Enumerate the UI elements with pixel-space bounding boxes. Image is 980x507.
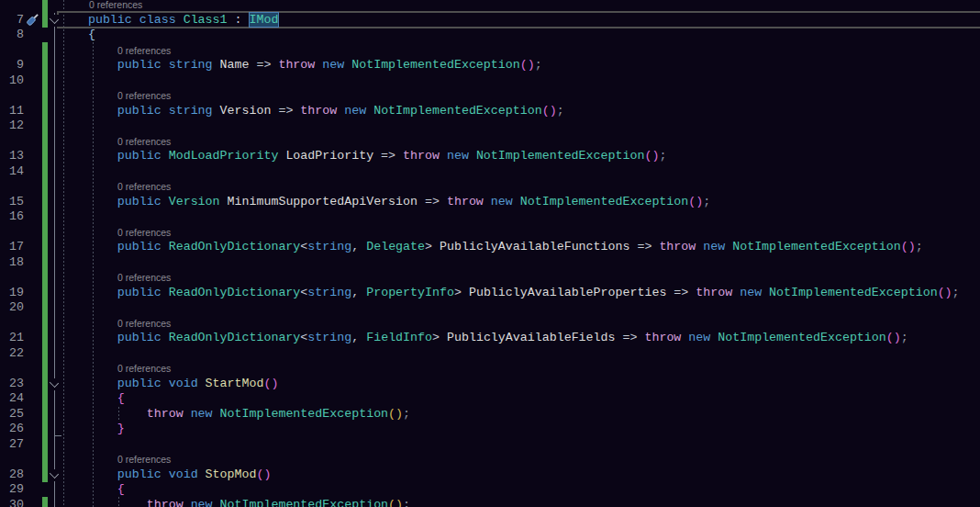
code-token: Name [220, 58, 250, 72]
code-token: new [322, 58, 351, 72]
line-number[interactable]: 12 [0, 118, 24, 134]
code-token: NotImplementedException [373, 104, 542, 118]
code-line-29[interactable]: 29 { [0, 482, 980, 498]
line-number[interactable]: 8 [0, 28, 24, 43]
line-number[interactable]: 29 [0, 482, 24, 498]
line-number[interactable]: 30 [0, 498, 24, 507]
code-token: ; [901, 331, 908, 344]
code-token: NotImplementedException [476, 149, 645, 163]
code-editor[interactable]: 0 references7 public class Class1 : IMod… [0, 0, 980, 507]
code-line-14[interactable]: 14 [0, 164, 980, 180]
codelens-row: 0 references [0, 43, 980, 59]
code-token: throw [447, 195, 491, 208]
code-token: => [373, 149, 403, 163]
code-token: public void [59, 377, 206, 390]
codelens-references-link[interactable]: 0 references [89, 0, 142, 10]
code-token: throw [659, 240, 703, 254]
line-number[interactable]: 18 [0, 255, 24, 271]
code-line-27[interactable]: 27 [0, 437, 980, 453]
codelens-references-link[interactable]: 0 references [117, 90, 171, 101]
code-line-18[interactable]: 18 [0, 255, 980, 271]
code-line-11[interactable]: 11 public string Version => throw new No… [0, 104, 980, 119]
line-number[interactable]: 27 [0, 437, 24, 453]
code-token: () [644, 149, 659, 163]
line-number[interactable]: 9 [0, 58, 24, 73]
fold-chevron-down-icon[interactable] [48, 15, 61, 27]
code-token: ReadOnlyDictionary [169, 286, 301, 299]
code-token: string [307, 331, 351, 344]
line-number[interactable]: 19 [0, 286, 24, 301]
code-token: ; [403, 407, 410, 421]
line-number[interactable]: 26 [0, 422, 24, 437]
code-line-24[interactable]: 24 { [0, 391, 980, 407]
code-line-10[interactable]: 10 [0, 73, 980, 89]
line-number[interactable]: 20 [0, 300, 24, 316]
code-token: , [351, 331, 366, 344]
code-token: new [447, 149, 476, 163]
code-token: => [418, 195, 447, 208]
code-line-8[interactable]: 8 { [0, 28, 980, 43]
codelens-references-link[interactable]: 0 references [117, 181, 171, 192]
codelens-references-link[interactable]: 0 references [117, 272, 171, 283]
fold-chevron-down-icon[interactable] [48, 469, 61, 481]
code-token: () [886, 331, 901, 344]
line-number[interactable]: 11 [0, 104, 24, 119]
line-number[interactable]: 15 [0, 195, 24, 210]
line-number[interactable]: 21 [0, 331, 24, 346]
code-line-23[interactable]: 23 public void StartMod() [0, 377, 980, 392]
code-line-7[interactable]: 7 public class Class1 : IMod [0, 13, 980, 28]
codelens-row: 0 references [0, 452, 980, 468]
codelens-row: 0 references [0, 0, 980, 13]
code-token: StopMod [206, 468, 257, 481]
code-token: public [59, 240, 169, 254]
codelens-references-link[interactable]: 0 references [117, 136, 171, 147]
code-line-9[interactable]: 9 public string Name => throw new NotImp… [0, 58, 980, 73]
codelens-references-link[interactable]: 0 references [117, 318, 171, 329]
code-token: Delegate [366, 240, 425, 254]
code-line-17[interactable]: 17 public ReadOnlyDictionary<string, Del… [0, 240, 980, 255]
code-token: NotImplementedException [769, 286, 938, 299]
code-line-30[interactable]: 30 throw new NotImplementedException(); [0, 498, 980, 507]
code-line-20[interactable]: 20 [0, 300, 980, 316]
code-line-21[interactable]: 21 public ReadOnlyDictionary<string, Fie… [0, 331, 980, 346]
code-line-25[interactable]: 25 throw new NotImplementedException(); [0, 407, 980, 422]
code-token: ; [535, 58, 542, 72]
code-line-22[interactable]: 22 [0, 346, 980, 362]
line-number[interactable]: 17 [0, 240, 24, 255]
code-token: } [59, 422, 125, 435]
code-token: NotImplementedException [520, 195, 689, 208]
code-line-13[interactable]: 13 public ModLoadPriority LoadPriority =… [0, 149, 980, 164]
quick-actions-screwdriver-icon[interactable] [25, 12, 40, 32]
line-number[interactable]: 10 [0, 73, 24, 89]
line-number[interactable]: 22 [0, 346, 24, 362]
code-line-28[interactable]: 28 public void StopMod() [0, 468, 980, 483]
code-line-19[interactable]: 19 public ReadOnlyDictionary<string, Pro… [0, 286, 980, 301]
line-number[interactable]: 24 [0, 391, 24, 407]
line-number[interactable]: 13 [0, 149, 24, 164]
code-token: new [688, 331, 718, 344]
line-number[interactable]: 7 [0, 13, 24, 28]
line-number[interactable]: 23 [0, 377, 24, 392]
code-token: string [307, 240, 351, 254]
code-line-15[interactable]: 15 public Version MinimumSupportedApiVer… [0, 195, 980, 210]
code-token: new [491, 195, 520, 208]
code-token: ; [557, 104, 564, 118]
code-token: throw [59, 407, 191, 421]
codelens-references-link[interactable]: 0 references [117, 227, 171, 238]
line-number[interactable]: 14 [0, 164, 24, 180]
line-number[interactable]: 25 [0, 407, 24, 422]
code-line-12[interactable]: 12 [0, 118, 980, 134]
chevron-down-icon [50, 468, 59, 478]
code-line-16[interactable]: 16 [0, 209, 980, 225]
code-token: , [351, 286, 366, 299]
code-token: ; [952, 286, 960, 299]
codelens-references-link[interactable]: 0 references [117, 363, 171, 374]
fold-chevron-down-icon[interactable] [48, 378, 61, 390]
codelens-references-link[interactable]: 0 references [117, 45, 171, 56]
codelens-references-link[interactable]: 0 references [117, 454, 171, 465]
line-number[interactable]: 16 [0, 209, 24, 225]
line-number[interactable]: 28 [0, 468, 24, 483]
code-line-26[interactable]: 26 } [0, 422, 980, 437]
code-token: NotImplementedException [718, 331, 886, 344]
code-token: ; [403, 498, 410, 507]
